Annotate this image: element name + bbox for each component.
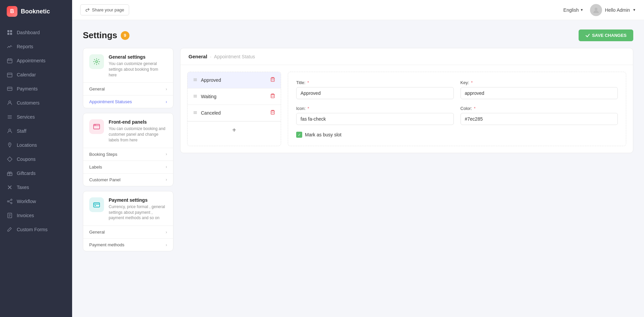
settings-left-panel: General settings You can customize gener…: [83, 48, 173, 251]
svg-rect-10: [7, 87, 12, 90]
admin-user-menu[interactable]: Hello Admin ▼: [590, 4, 636, 16]
sidebar-item-dashboard[interactable]: Dashboard: [0, 25, 72, 40]
save-btn-label: SAVE CHANGES: [592, 33, 627, 38]
frontend-panels-title: Front-end panels: [109, 119, 167, 125]
language-chevron-icon: ▼: [580, 8, 583, 12]
sidebar-item-payments[interactable]: Payments: [0, 82, 72, 96]
svg-rect-1: [10, 30, 12, 32]
sidebar-logo: B Booknetic: [0, 0, 72, 23]
share-btn-label: Share your page: [92, 7, 124, 12]
menu-item-customer-panel[interactable]: Customer Panel ›: [83, 173, 173, 186]
sidebar-item-taxes[interactable]: Taxes: [0, 180, 72, 194]
frontend-panels-text: Front-end panels You can customize booki…: [109, 119, 167, 143]
taxes-icon: [7, 184, 13, 190]
breadcrumb-main: General: [189, 54, 207, 59]
breadcrumb-separator: ·: [210, 54, 211, 59]
page-title-text: Settings: [83, 30, 117, 41]
general-settings-desc: You can customize general settings about…: [109, 61, 167, 78]
sidebar-label-dashboard: Dashboard: [17, 30, 40, 35]
status-item-waiting[interactable]: Waiting: [187, 88, 281, 105]
main-content: Share your page English ▼ Hello Admin ▼ …: [72, 0, 644, 317]
form-row-icon-color: Icon: * Color: *: [296, 106, 618, 125]
color-input[interactable]: [461, 113, 618, 125]
sidebar-item-staff[interactable]: Staff: [0, 124, 72, 138]
svg-rect-56: [271, 111, 274, 114]
delete-waiting-button[interactable]: [270, 93, 275, 100]
locations-icon: [7, 142, 13, 148]
add-status-button[interactable]: +: [187, 121, 281, 139]
frontend-panels-desc: You can customize booking and customer p…: [109, 126, 167, 143]
menu-item-payment-general[interactable]: General ›: [83, 226, 173, 238]
sidebar-item-locations[interactable]: Locations: [0, 138, 72, 152]
page-content: Settings 9 SAVE CHANGES G: [72, 20, 644, 317]
logo-text: Booknetic: [21, 8, 50, 15]
sidebar-item-workflow[interactable]: Workflow: [0, 194, 72, 208]
sidebar-label-customers: Customers: [17, 100, 40, 106]
topbar: Share your page English ▼ Hello Admin ▼: [72, 0, 644, 20]
status-label-waiting: Waiting: [201, 94, 216, 99]
menu-payment-general-chevron: ›: [166, 230, 167, 235]
menu-item-labels[interactable]: Labels ›: [83, 161, 173, 173]
menu-labels-label: Labels: [89, 165, 102, 170]
sidebar-label-services: Services: [17, 114, 35, 120]
menu-item-appointment-statuses[interactable]: Appointment Statuses ›: [83, 95, 173, 108]
svg-point-23: [7, 201, 9, 202]
key-required: *: [471, 80, 473, 85]
sidebar-item-calendar[interactable]: Calendar: [0, 68, 72, 82]
sidebar-item-coupons[interactable]: Coupons: [0, 152, 72, 166]
payment-settings-text: Payment settings Currency, price format …: [109, 197, 167, 221]
title-input[interactable]: [296, 87, 454, 99]
sidebar-item-custom-forms[interactable]: Custom Forms: [0, 223, 72, 237]
sidebar-label-custom-forms: Custom Forms: [17, 227, 48, 232]
menu-labels-chevron: ›: [166, 165, 167, 169]
sidebar-label-coupons: Coupons: [17, 156, 36, 162]
svg-point-37: [95, 125, 96, 125]
mark-busy-checkbox[interactable]: ✓: [296, 132, 302, 138]
menu-customer-panel-chevron: ›: [166, 177, 167, 182]
menu-item-booking-steps[interactable]: Booking Steps ›: [83, 148, 173, 161]
sidebar-item-services[interactable]: Services: [0, 110, 72, 124]
status-edit-panel: Title: * Key: *: [288, 72, 626, 146]
drag-waiting-icon: [193, 94, 198, 100]
key-input[interactable]: [461, 87, 618, 99]
save-changes-button[interactable]: SAVE CHANGES: [579, 29, 633, 41]
icon-input[interactable]: [296, 113, 454, 125]
status-item-canceled[interactable]: Canceled: [187, 105, 281, 121]
svg-point-17: [9, 144, 10, 145]
payment-settings-title: Payment settings: [109, 197, 167, 203]
form-group-icon: Icon: *: [296, 106, 454, 125]
payment-settings-icon: [89, 197, 104, 212]
svg-point-12: [9, 101, 11, 103]
svg-point-16: [9, 129, 11, 131]
svg-rect-3: [10, 33, 12, 35]
menu-payment-methods-label: Payment methods: [89, 242, 124, 247]
admin-chevron-icon: ▼: [633, 8, 636, 12]
sidebar-label-taxes: Taxes: [17, 185, 29, 190]
svg-rect-8: [7, 73, 12, 77]
settings-right-panel: General · Appointment Status: [180, 48, 633, 153]
appointments-icon: [7, 58, 13, 64]
sidebar-item-reports[interactable]: Reports: [0, 40, 72, 54]
status-item-approved[interactable]: Approved: [187, 72, 281, 88]
language-selector[interactable]: English ▼: [564, 7, 584, 13]
svg-rect-44: [271, 78, 274, 81]
payment-settings-header: Payment settings Currency, price format …: [83, 191, 173, 226]
menu-appointment-statuses-label: Appointment Statuses: [89, 99, 132, 104]
svg-rect-50: [271, 94, 274, 98]
delete-approved-button[interactable]: [270, 77, 275, 83]
menu-item-general[interactable]: General ›: [83, 82, 173, 95]
payments-icon: [7, 86, 13, 92]
sidebar-item-invoices[interactable]: Invoices: [0, 208, 72, 223]
settings-layout: General settings You can customize gener…: [83, 48, 633, 251]
delete-canceled-button[interactable]: [270, 110, 275, 116]
status-label-approved: Approved: [201, 77, 221, 83]
sidebar-item-customers[interactable]: Customers: [0, 96, 72, 110]
svg-rect-2: [7, 33, 9, 35]
share-page-button[interactable]: Share your page: [80, 4, 129, 15]
customers-icon: [7, 100, 13, 106]
sidebar-item-giftcards[interactable]: Giftcards: [0, 166, 72, 180]
menu-item-payment-methods[interactable]: Payment methods ›: [83, 238, 173, 251]
avatar: [590, 4, 602, 16]
sidebar-item-appointments[interactable]: Appointments: [0, 54, 72, 68]
settings-badge: 9: [121, 31, 129, 40]
